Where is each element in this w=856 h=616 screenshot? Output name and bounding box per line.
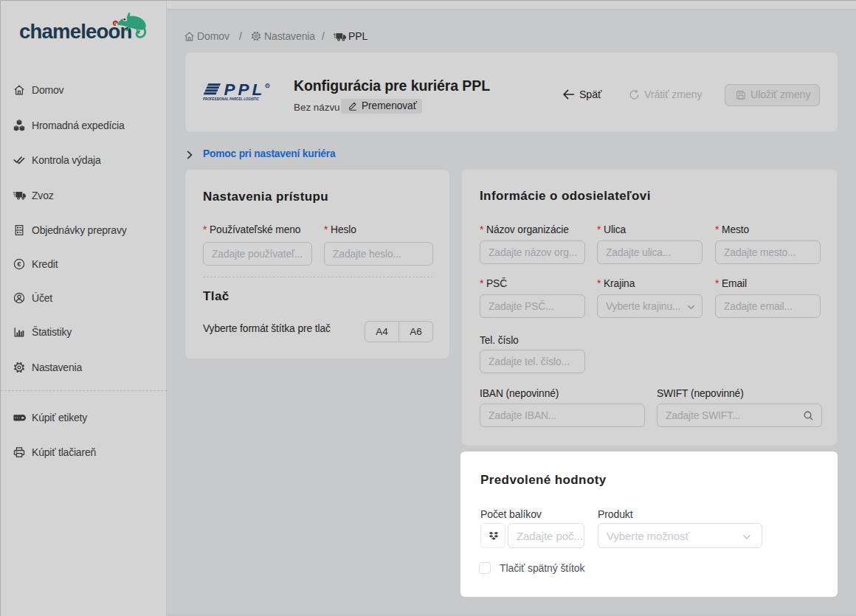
svg-text:PPL: PPL (224, 82, 266, 99)
svg-text:PROFESSIONAL PARCEL LOGISTIC: PROFESSIONAL PARCEL LOGISTIC (203, 97, 259, 101)
svg-text:R: R (266, 84, 269, 88)
svg-text:€: € (17, 260, 21, 268)
